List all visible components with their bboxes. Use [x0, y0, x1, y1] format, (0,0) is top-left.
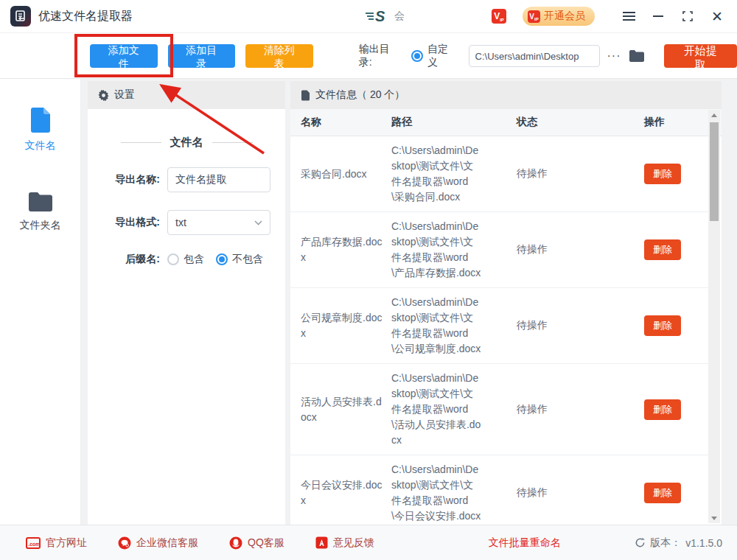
output-path-input[interactable]	[469, 45, 600, 67]
radio-unselected-icon	[167, 253, 179, 265]
speed-s-logo-icon: S	[365, 8, 390, 24]
scroll-down-icon[interactable]	[708, 513, 720, 523]
table-row: 活动人员安排表.docx C:\Users\admin\Desktop\测试文件…	[290, 364, 708, 455]
output-dir-label: 输出目录:	[359, 43, 402, 69]
qq-icon	[229, 536, 242, 550]
sidebar: 文件名 文件夹名	[0, 79, 81, 525]
folder-icon	[27, 191, 54, 213]
suffix-include-radio[interactable]: 包含	[167, 253, 204, 266]
file-status-cell: 待操作	[517, 319, 624, 332]
wechat-icon	[118, 536, 131, 550]
vip-badge-icon: VIP	[528, 10, 540, 23]
footer: .com 官方网址 企业微信客服 QQ客服 意见反	[0, 525, 737, 560]
vip-badge-icon[interactable]: VIP	[492, 9, 506, 24]
app-logo-icon	[10, 6, 31, 27]
radio-selected-icon	[216, 253, 228, 265]
table-body: 采购合同.docx C:\Users\admin\Desktop\测试文件\文件…	[290, 136, 708, 525]
settings-header: 设置	[88, 81, 285, 109]
file-info-header: 文件信息（ 20 个）	[290, 81, 722, 109]
toolbar: 添加文件 添加目录 清除列表 输出目录: 自定义 ··· 开始提取	[0, 34, 737, 79]
main-area: 文件名 文件夹名 设置 文件名	[0, 79, 737, 525]
section-divider: 文件名	[88, 136, 285, 150]
vertical-scrollbar[interactable]	[708, 110, 720, 523]
file-path-cell: C:\Users\admin\Desktop\测试文件\文件名提取器\word\…	[391, 219, 517, 281]
delete-button[interactable]: 删除	[644, 483, 681, 503]
feedback-icon	[315, 536, 328, 549]
refresh-icon[interactable]	[635, 537, 646, 548]
version-label: 版本：	[650, 536, 681, 550]
sidebar-item-foldername[interactable]: 文件夹名	[0, 191, 80, 232]
open-folder-icon[interactable]	[629, 49, 645, 63]
wechat-support-link[interactable]: 企业微信客服	[118, 536, 198, 550]
menu-icon[interactable]	[614, 0, 643, 33]
table-row: 公司规章制度.docx C:\Users\admin\Desktop\测试文件\…	[290, 288, 708, 364]
delete-button[interactable]: 删除	[644, 315, 681, 336]
suffix-label: 后缀名:	[102, 253, 160, 266]
close-icon[interactable]: ✕	[702, 0, 732, 33]
file-name-cell: 产品库存数据.docx	[301, 234, 391, 265]
file-name-cell: 公司规章制度.docx	[301, 310, 391, 341]
file-status-cell: 待操作	[517, 403, 624, 416]
feedback-link[interactable]: 意见反馈	[315, 536, 374, 550]
window-controls: ✕	[614, 0, 732, 33]
export-format-row: 导出格式: txt	[88, 210, 285, 235]
minimize-icon[interactable]	[643, 0, 673, 33]
official-site-link[interactable]: .com 官方网址	[26, 536, 87, 550]
file-path-cell: C:\Users\admin\Desktop\测试文件\文件名提取器\word\…	[391, 371, 517, 448]
svg-text:.com: .com	[28, 542, 40, 547]
delete-button[interactable]: 删除	[644, 399, 681, 420]
sidebar-item-filename[interactable]: 文件名	[0, 107, 80, 153]
col-path: 路径	[391, 116, 517, 129]
brand-area: S 会	[365, 8, 405, 24]
add-file-button[interactable]: 添加文件	[90, 44, 158, 68]
version-info: 版本：v1.1.5.0	[635, 536, 722, 550]
custom-output-radio[interactable]: 自定义	[411, 43, 458, 69]
scrollbar-thumb[interactable]	[710, 122, 719, 221]
titlebar: 优速文件名提取器 S 会 VIP VIP 开通会员	[0, 0, 737, 33]
table-header: 名称 路径 状态 操作	[290, 109, 722, 136]
file-status-cell: 待操作	[517, 167, 624, 181]
file-name-cell: 今日会议安排.docx	[301, 477, 391, 508]
col-action: 操作	[624, 116, 711, 129]
document-icon	[301, 90, 310, 101]
col-status: 状态	[517, 116, 624, 129]
suffix-row: 后缀名: 包含 不包含	[88, 253, 285, 266]
file-info-panel: 文件信息（ 20 个） 名称 路径 状态 操作 采购合同.docx C:\Use…	[290, 81, 722, 525]
delete-button[interactable]: 删除	[644, 239, 681, 260]
export-format-label: 导出格式:	[102, 216, 160, 229]
export-format-select[interactable]: txt	[167, 210, 270, 235]
browse-more-button[interactable]: ···	[607, 49, 621, 63]
add-directory-button[interactable]: 添加目录	[168, 44, 236, 68]
svg-text:S: S	[375, 8, 385, 24]
col-name: 名称	[301, 116, 391, 129]
export-name-row: 导出名称:	[88, 167, 285, 192]
open-vip-button[interactable]: VIP 开通会员	[523, 7, 595, 26]
maximize-icon[interactable]	[673, 0, 702, 33]
delete-button[interactable]: 删除	[644, 164, 681, 184]
batch-rename-link[interactable]: 文件批量重命名	[489, 536, 561, 550]
file-name-cell: 采购合同.docx	[301, 167, 391, 182]
section-title: 文件名	[170, 136, 203, 150]
table-row: 今日会议安排.docx C:\Users\admin\Desktop\测试文件\…	[290, 455, 708, 525]
suffix-exclude-radio[interactable]: 不包含	[216, 253, 263, 266]
app-title: 优速文件名提取器	[38, 9, 133, 24]
scroll-up-icon[interactable]	[708, 110, 720, 120]
file-path-cell: C:\Users\admin\Desktop\测试文件\文件名提取器\word\…	[391, 462, 517, 524]
table-row: 采购合同.docx C:\Users\admin\Desktop\测试文件\文件…	[290, 136, 708, 212]
chevron-down-icon	[254, 220, 262, 225]
file-name-cell: 活动人员安排表.docx	[301, 394, 391, 425]
website-icon: .com	[26, 537, 41, 549]
app-window: 优速文件名提取器 S 会 VIP VIP 开通会员	[0, 0, 737, 560]
member-text: 会	[394, 10, 405, 23]
gear-icon	[98, 90, 109, 101]
start-extract-button[interactable]: 开始提取	[664, 44, 737, 68]
export-name-label: 导出名称:	[102, 173, 160, 186]
radio-selected-icon	[411, 50, 423, 62]
qq-support-link[interactable]: QQ客服	[229, 536, 284, 550]
file-path-cell: C:\Users\admin\Desktop\测试文件\文件名提取器\word\…	[391, 143, 517, 205]
file-status-cell: 待操作	[517, 243, 624, 256]
clear-list-button[interactable]: 清除列表	[245, 44, 313, 68]
file-path-cell: C:\Users\admin\Desktop\测试文件\文件名提取器\word\…	[391, 295, 517, 357]
export-name-input[interactable]	[167, 167, 270, 192]
table-row: 产品库存数据.docx C:\Users\admin\Desktop\测试文件\…	[290, 212, 708, 288]
